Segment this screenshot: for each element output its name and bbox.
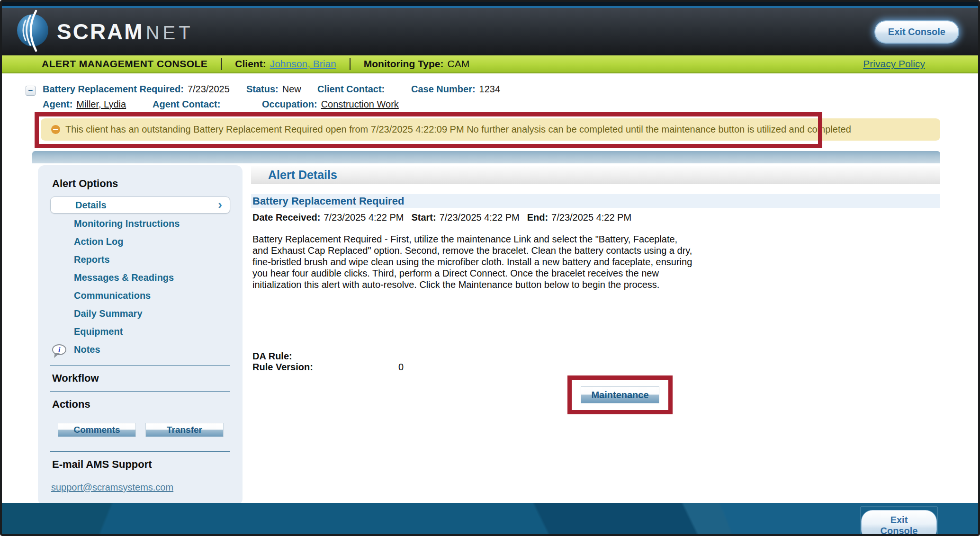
divider — [221, 58, 222, 70]
sidebar: Alert Options Details › Monitoring Instr… — [38, 165, 243, 505]
exit-console-button-bottom[interactable]: Exit Console — [861, 510, 937, 536]
sidebar-divider — [50, 365, 230, 366]
client-label: Client: — [235, 58, 266, 70]
sidebar-item-action-log[interactable]: Action Log — [49, 232, 231, 250]
alert-info-row-2: Agent:Miller, Lydia Agent Contact: Occup… — [43, 99, 978, 110]
alert-details-header: Alert Details — [251, 165, 940, 184]
sidebar-item-notes[interactable]: i Notes — [49, 340, 231, 358]
console-bar: ALERT MANAGEMENT CONSOLE Client: Johnson… — [2, 55, 978, 73]
sidebar-item-communications[interactable]: Communications — [49, 286, 231, 304]
status-label: Status: — [246, 84, 279, 94]
main-panel: Alert Details Battery Replacement Requir… — [251, 165, 940, 425]
sidebar-item-label: Notes — [74, 344, 100, 355]
client-contact-label: Client Contact: — [317, 84, 385, 94]
rule-version-row: Rule Version: 0 — [252, 362, 940, 373]
alert-date-value: 7/23/2025 — [188, 84, 230, 94]
rule-info-block: DA Rule: Rule Version: 0 — [252, 351, 940, 373]
alert-details-title: Alert Details — [268, 168, 337, 182]
warning-banner: This client has an outstanding Battery R… — [41, 118, 940, 141]
sidebar-item-daily-summary[interactable]: Daily Summary — [49, 304, 231, 322]
sidebar-divider — [50, 391, 230, 392]
privacy-policy-link[interactable]: Privacy Policy — [863, 58, 925, 70]
console-title: ALERT MANAGEMENT CONSOLE — [42, 58, 207, 70]
footer-band: Exit Console — [2, 503, 978, 534]
scramnet-logo: SCRAM NET — [15, 9, 194, 54]
alert-title-strip: Battery Replacement Required — [251, 194, 940, 208]
start-value: 7/23/2025 4:22 PM — [440, 212, 520, 223]
end-value: 7/23/2025 4:22 PM — [551, 212, 631, 223]
occupation-value-link[interactable]: Construction Work — [321, 99, 399, 109]
agent-label: Agent: — [43, 99, 72, 109]
alert-info-row-1: Battery Replacement Required:7/23/2025 S… — [43, 84, 978, 95]
maintenance-button[interactable]: Maintenance — [581, 386, 659, 403]
start-label: Start: — [411, 212, 436, 223]
rule-version-value: 0 — [398, 362, 404, 373]
support-heading: E-mail AMS Support — [52, 458, 231, 471]
status-value: New — [282, 84, 301, 94]
maintenance-zone: Maintenance — [251, 373, 940, 425]
date-received-label: Date Received: — [252, 212, 320, 223]
alert-options-heading: Alert Options — [52, 178, 231, 190]
red-highlight-maintenance: Maintenance — [567, 375, 673, 414]
scramnet-globe-icon — [15, 9, 50, 54]
workflow-heading: Workflow — [52, 372, 231, 384]
end-label: End: — [527, 212, 548, 223]
case-number-value: 1234 — [479, 84, 501, 94]
divider — [350, 58, 351, 70]
occupation-label: Occupation: — [262, 99, 317, 109]
agent-name-link[interactable]: Miller, Lydia — [76, 99, 126, 109]
monitoring-type-value: CAM — [448, 58, 470, 70]
monitoring-type-label: Monitoring Type: — [364, 58, 444, 70]
actions-heading: Actions — [52, 398, 231, 411]
chevron-right-icon: › — [218, 197, 222, 213]
alert-dates-row: Date Received: 7/23/2025 4:22 PM Start: … — [252, 212, 940, 223]
note-info-bubble-icon: i — [52, 344, 66, 355]
agent-contact-label: Agent Contact: — [153, 99, 220, 109]
exit-console-button-top[interactable]: Exit Console — [874, 20, 959, 44]
alert-info-section: − Battery Replacement Required:7/23/2025… — [2, 73, 978, 112]
case-number-label: Case Number: — [411, 84, 476, 94]
content-area: Alert Options Details › Monitoring Instr… — [32, 165, 940, 505]
rule-version-label: Rule Version: — [252, 362, 398, 373]
da-rule-row: DA Rule: — [252, 351, 940, 362]
logo-text-net: NET — [146, 22, 194, 44]
collapse-toggle[interactable]: − — [26, 86, 36, 96]
exit-console-focus-box: Exit Console — [861, 507, 937, 536]
masthead: SCRAM NET Exit Console — [2, 8, 978, 55]
transfer-button[interactable]: Transfer — [145, 423, 224, 437]
sidebar-item-monitoring-instructions[interactable]: Monitoring Instructions — [49, 214, 231, 232]
sidebar-item-reports[interactable]: Reports — [49, 250, 231, 268]
sidebar-divider — [50, 451, 230, 452]
date-received-value: 7/23/2025 4:22 PM — [324, 212, 404, 223]
sidebar-item-details[interactable]: Details › — [50, 197, 230, 214]
content-top-strip — [32, 151, 940, 163]
client-name-link[interactable]: Johnson, Brian — [270, 58, 336, 70]
warning-banner-zone: This client has an outstanding Battery R… — [2, 112, 978, 151]
warning-minus-icon — [51, 125, 60, 134]
actions-button-row: Comments Transfer — [58, 423, 231, 437]
sidebar-item-label: Details — [75, 197, 107, 213]
sidebar-item-equipment[interactable]: Equipment — [49, 322, 231, 340]
alert-description: Battery Replacement Required - First, ut… — [252, 233, 695, 290]
comments-button[interactable]: Comments — [58, 423, 136, 437]
sidebar-item-messages-readings[interactable]: Messages & Readings — [49, 268, 231, 286]
app-window: SCRAM NET Exit Console ALERT MANAGEMENT … — [0, 0, 980, 536]
da-rule-label: DA Rule: — [252, 351, 398, 362]
top-navy-strip — [2, 2, 978, 6]
support-email-link[interactable]: support@scramsystems.com — [51, 482, 173, 493]
logo-text-scram: SCRAM — [57, 19, 144, 45]
warning-banner-text: This client has an outstanding Battery R… — [65, 124, 851, 135]
alert-type-label: Battery Replacement Required: — [43, 84, 184, 94]
